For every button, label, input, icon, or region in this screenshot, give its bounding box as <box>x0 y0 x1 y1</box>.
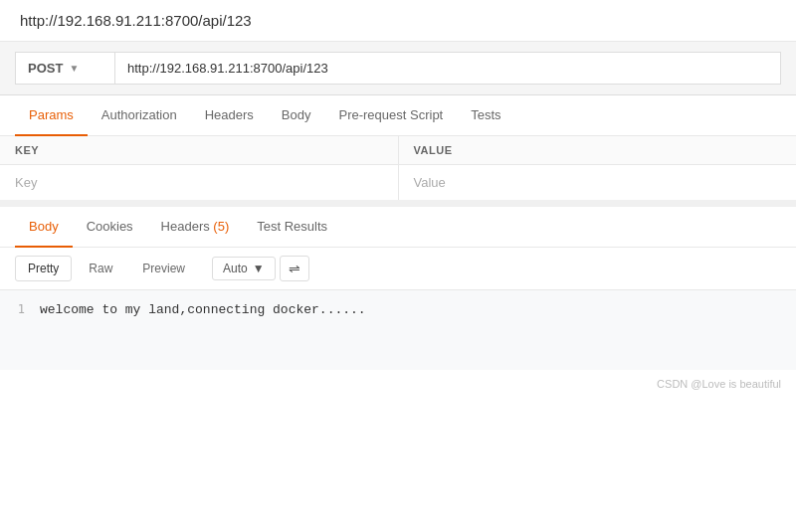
wrap-button[interactable]: ⇌ <box>280 256 309 281</box>
tab-test-results[interactable]: Test Results <box>243 207 341 248</box>
param-key-cell[interactable]: Key <box>0 165 398 201</box>
pretty-button[interactable]: Pretty <box>15 256 72 281</box>
line-number: 1 <box>0 302 40 316</box>
table-row: Key Value <box>0 165 796 201</box>
tab-pre-request-script[interactable]: Pre-request Script <box>324 95 457 136</box>
response-tabs: Body Cookies Headers (5) Test Results <box>0 207 796 248</box>
auto-chevron-icon: ▼ <box>253 262 265 275</box>
headers-badge: (5) <box>213 219 229 234</box>
param-value-cell[interactable]: Value <box>398 165 796 201</box>
method-select[interactable]: POST ▼ <box>15 52 114 85</box>
headers-tab-text: Headers (5) <box>161 219 230 234</box>
tab-headers[interactable]: Headers <box>191 95 268 136</box>
wrap-icon: ⇌ <box>289 261 300 276</box>
params-table: KEY VALUE Key Value <box>0 136 796 201</box>
method-chevron-icon: ▼ <box>69 63 79 74</box>
tab-body[interactable]: Body <box>268 95 325 136</box>
response-section: Body Cookies Headers (5) Test Results Pr… <box>0 201 796 398</box>
code-line: 1 welcome to my land,connecting docker..… <box>0 302 796 317</box>
raw-button[interactable]: Raw <box>76 256 125 281</box>
tab-tests[interactable]: Tests <box>457 95 514 136</box>
method-label: POST <box>28 61 63 76</box>
request-tabs: Params Authorization Headers Body Pre-re… <box>0 95 796 136</box>
url-input[interactable] <box>114 52 781 85</box>
tab-params[interactable]: Params <box>15 95 88 136</box>
auto-label: Auto <box>223 262 248 275</box>
code-area: 1 welcome to my land,connecting docker..… <box>0 290 796 370</box>
url-row: POST ▼ <box>0 42 796 95</box>
title-bar: http://192.168.91.211:8700/api/123 <box>0 0 796 42</box>
body-toolbar: Pretty Raw Preview Auto ▼ ⇌ <box>0 248 796 290</box>
line-content: welcome to my land,connecting docker....… <box>40 302 366 317</box>
preview-button[interactable]: Preview <box>129 256 198 281</box>
tab-authorization[interactable]: Authorization <box>88 95 191 136</box>
tab-cookies[interactable]: Cookies <box>73 207 147 248</box>
watermark: CSDN @Love is beautiful <box>0 370 796 398</box>
tab-response-body[interactable]: Body <box>15 207 73 248</box>
col-key-header: KEY <box>0 136 398 165</box>
auto-select[interactable]: Auto ▼ <box>212 257 276 280</box>
col-value-header: VALUE <box>398 136 796 165</box>
page-title: http://192.168.91.211:8700/api/123 <box>20 12 252 29</box>
tab-response-headers[interactable]: Headers (5) <box>147 207 244 248</box>
